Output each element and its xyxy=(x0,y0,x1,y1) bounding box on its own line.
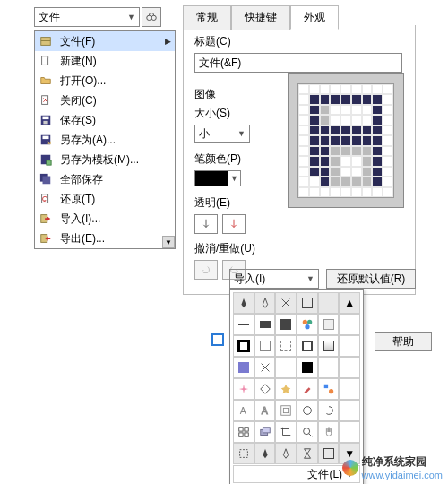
palette-scrollbar[interactable] xyxy=(339,335,360,357)
palette-cell[interactable] xyxy=(275,357,297,378)
palette-cell[interactable] xyxy=(297,421,318,443)
cross-icon xyxy=(280,297,292,309)
save-disk-icon xyxy=(39,113,53,127)
palette-cell[interactable] xyxy=(297,400,318,421)
svg-rect-26 xyxy=(284,408,289,412)
svg-point-22 xyxy=(329,389,333,393)
palette-cell[interactable] xyxy=(233,335,254,357)
save-as-disk-icon xyxy=(39,133,53,147)
undo-icon xyxy=(200,264,212,276)
submenu-arrow-icon: ▶ xyxy=(165,37,171,46)
palette-cell[interactable] xyxy=(275,421,297,443)
palette-cell[interactable] xyxy=(254,443,276,464)
import-icon xyxy=(39,212,53,226)
palette-cell[interactable] xyxy=(318,314,340,335)
pen-color-dropdown-button[interactable]: ▼ xyxy=(228,170,241,186)
close-doc-icon xyxy=(39,93,53,108)
menu-item-file[interactable]: 文件(F) ▶ xyxy=(35,31,175,51)
restore-default-button[interactable]: 还原默认值(R) xyxy=(326,269,416,289)
palette-cell[interactable] xyxy=(233,292,254,314)
palette-scrollbar[interactable] xyxy=(339,400,360,421)
menu-label: 导入(I)... xyxy=(60,212,171,227)
icon-pixel-editor[interactable] xyxy=(288,73,404,208)
export-icon xyxy=(39,231,53,246)
palette-cell[interactable] xyxy=(318,357,340,378)
palette-cell[interactable] xyxy=(254,421,276,443)
palette-cell[interactable] xyxy=(297,292,318,314)
palette-cell[interactable] xyxy=(318,400,340,421)
palette-cell[interactable] xyxy=(275,292,297,314)
help-button[interactable]: 帮助 xyxy=(375,332,432,351)
palette-cell[interactable] xyxy=(254,314,276,335)
palette-cell[interactable] xyxy=(275,400,297,421)
import-dropdown[interactable]: 导入(I) ▼ xyxy=(229,269,319,289)
palette-scroll-up[interactable]: ▲ xyxy=(339,292,360,314)
menu-item-revert[interactable]: 还原(T) xyxy=(35,189,175,209)
transparent-mode-1-button[interactable] xyxy=(194,214,218,234)
star-icon xyxy=(280,383,292,395)
undo-button[interactable] xyxy=(194,260,218,280)
menu-item-save-as[interactable]: 另存为(A)... xyxy=(35,130,175,150)
transparent-mode-2-button[interactable] xyxy=(222,214,246,234)
palette-cell[interactable] xyxy=(297,314,318,335)
find-button[interactable] xyxy=(142,7,161,27)
palette-cell[interactable] xyxy=(297,443,318,464)
palette-cell[interactable] xyxy=(275,443,297,464)
palette-cell[interactable]: A xyxy=(254,400,276,421)
palette-cell[interactable] xyxy=(233,378,254,400)
menu-item-new[interactable]: 新建(N) xyxy=(35,51,175,71)
palette-cell[interactable] xyxy=(297,357,318,378)
new-doc-icon xyxy=(39,54,53,68)
file-filter-dropdown[interactable]: 文件 ▼ xyxy=(34,7,140,27)
menu-item-save[interactable]: 保存(S) xyxy=(35,110,175,130)
palette-scrollbar[interactable] xyxy=(339,314,360,335)
palette-cell[interactable] xyxy=(275,314,297,335)
scroll-down-button[interactable]: ▼ xyxy=(162,236,175,248)
watermark-brand: 纯净系统家园 xyxy=(362,454,443,470)
palette-cell[interactable] xyxy=(233,421,254,443)
palette-cell[interactable] xyxy=(254,357,276,378)
palette-scrollbar[interactable] xyxy=(339,357,360,378)
palette-cell[interactable] xyxy=(275,335,297,357)
palette-cell[interactable] xyxy=(254,335,276,357)
palette-scrollbar[interactable] xyxy=(339,378,360,400)
menu-item-save-all[interactable]: 全部保存 xyxy=(35,169,175,189)
menu-item-open[interactable]: 打开(O)... xyxy=(35,71,175,91)
menu-item-save-template[interactable]: 另存为模板(M)... xyxy=(35,150,175,169)
svg-point-0 xyxy=(147,15,151,20)
palette-cell[interactable] xyxy=(254,378,276,400)
menu-label: 新建(N) xyxy=(60,54,171,69)
menu-item-close[interactable]: 关闭(C) xyxy=(35,91,175,110)
pixel-grid[interactable] xyxy=(297,83,394,198)
palette-cell[interactable] xyxy=(233,314,254,335)
svg-rect-8 xyxy=(43,121,47,125)
command-tree: ▲ 文件(F) ▶ 新建(N) 打开(O)... 关闭(C) 保存(S) 另存为… xyxy=(34,30,176,249)
title-label: 标题(C) xyxy=(194,34,404,49)
palette-cell[interactable] xyxy=(233,357,254,378)
palette-cell[interactable] xyxy=(318,335,340,357)
svg-rect-14 xyxy=(43,177,51,185)
svg-point-27 xyxy=(303,407,311,415)
pen-nib-icon xyxy=(237,297,250,309)
svg-rect-31 xyxy=(245,433,248,436)
palette-cell[interactable] xyxy=(254,292,276,314)
zoom-icon xyxy=(301,426,314,438)
palette-cell[interactable] xyxy=(318,378,340,400)
menu-item-export[interactable]: 导出(E)... xyxy=(35,229,175,248)
palette-cell[interactable] xyxy=(318,421,340,443)
svg-rect-7 xyxy=(43,117,49,120)
palette-scrollbar[interactable] xyxy=(339,421,360,443)
palette-cell[interactable]: A xyxy=(233,400,254,421)
title-input[interactable] xyxy=(194,53,402,73)
palette-cell[interactable] xyxy=(318,292,340,314)
palette-cell[interactable] xyxy=(297,378,318,400)
size-dropdown[interactable]: 小 ▼ xyxy=(194,125,250,143)
palette-cell[interactable] xyxy=(318,443,340,464)
pen-color-swatch[interactable] xyxy=(194,170,228,186)
menu-item-import[interactable]: 导入(I)... xyxy=(35,209,175,229)
svg-point-1 xyxy=(151,15,156,20)
palette-cell[interactable] xyxy=(275,378,297,400)
palette-cell[interactable] xyxy=(297,335,318,357)
palette-cell[interactable] xyxy=(233,443,254,464)
chevron-down-icon: ▼ xyxy=(237,129,246,138)
